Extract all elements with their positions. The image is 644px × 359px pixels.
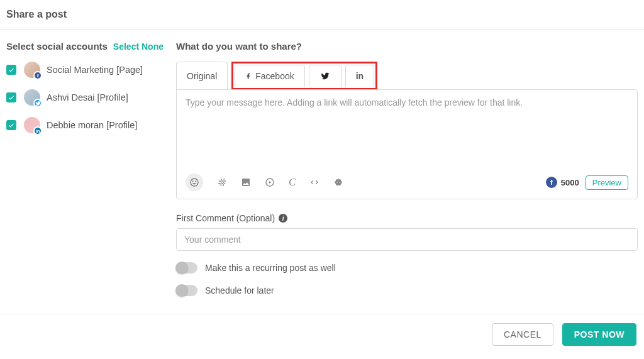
sidebar-title: Select social accounts [6, 41, 108, 52]
facebook-dot-icon: f [546, 177, 557, 188]
schedule-label: Schedule for later [205, 285, 274, 295]
ai-button[interactable] [333, 177, 343, 187]
char-count-value: 5000 [561, 178, 579, 187]
robot-icon [333, 177, 343, 187]
check-icon [8, 67, 14, 73]
twitter-icon [319, 72, 331, 80]
code-button[interactable] [309, 177, 319, 187]
composer-box: C f 5000 Preview [176, 89, 638, 199]
recurring-toggle-row: Make this a recurring post as well [176, 262, 638, 273]
tab-row: Original Facebook in [176, 62, 638, 90]
hashtag-button[interactable] [217, 177, 227, 187]
code-icon [309, 177, 319, 187]
avatar: f [24, 62, 40, 78]
account-row[interactable]: in Debbie moran [Profile] [6, 117, 164, 133]
tab-twitter[interactable] [309, 65, 341, 87]
account-name: Social Marketing [Page] [47, 65, 143, 75]
footer: CANCEL POST NOW [0, 314, 644, 357]
select-none-link[interactable]: Select None [113, 41, 164, 52]
main-row: Select social accounts Select None f Soc… [0, 30, 644, 296]
message-textarea[interactable] [186, 97, 628, 167]
checkbox[interactable] [6, 65, 16, 75]
linkedin-badge-icon: in [33, 126, 42, 135]
emoji-button[interactable] [186, 174, 203, 191]
account-name: Debbie moran [Profile] [47, 120, 137, 130]
check-icon [8, 122, 14, 128]
recurring-toggle[interactable] [176, 262, 197, 273]
tab-facebook[interactable]: Facebook [235, 65, 304, 87]
preview-button[interactable]: Preview [586, 175, 628, 190]
hashtag-icon [217, 177, 227, 187]
account-name: Ashvi Desai [Profile] [47, 92, 128, 102]
avatar [24, 89, 40, 106]
checkbox[interactable] [6, 92, 16, 102]
twitter-badge-icon [33, 99, 42, 108]
char-count: f 5000 [546, 177, 579, 188]
tab-facebook-label: Facebook [255, 71, 294, 81]
check-icon [8, 94, 14, 101]
checkbox[interactable] [6, 120, 16, 130]
first-comment-input[interactable] [176, 228, 638, 251]
composer: What do you want to share? Original Face… [176, 41, 638, 296]
facebook-badge-icon: f [33, 71, 42, 80]
tab-original[interactable]: Original [176, 62, 228, 90]
account-row[interactable]: Ashvi Desai [Profile] [6, 89, 164, 106]
account-row[interactable]: f Social Marketing [Page] [6, 62, 164, 78]
highlight-box: Facebook in [231, 62, 377, 90]
image-icon [241, 177, 251, 187]
canva-button[interactable]: C [289, 176, 296, 189]
facebook-icon [245, 72, 252, 80]
schedule-toggle-row: Schedule for later [176, 285, 638, 296]
image-button[interactable] [241, 177, 251, 187]
linkedin-icon: in [356, 71, 364, 81]
composer-heading: What do you want to share? [176, 41, 638, 52]
play-circle-icon [265, 177, 275, 187]
emoji-icon [189, 177, 199, 187]
sidebar-header: Select social accounts Select None [6, 41, 164, 52]
post-now-button[interactable]: POST NOW [562, 323, 636, 346]
sidebar: Select social accounts Select None f Soc… [6, 41, 176, 296]
tab-linkedin[interactable]: in [345, 65, 374, 87]
first-comment-label-text: First Comment (Optional) [176, 213, 275, 223]
avatar: in [24, 117, 40, 133]
cancel-button[interactable]: CANCEL [492, 323, 553, 346]
video-button[interactable] [265, 177, 275, 187]
composer-toolbar: C f 5000 Preview [186, 174, 628, 191]
recurring-label: Make this a recurring post as well [205, 263, 336, 273]
info-icon[interactable]: i [279, 214, 287, 223]
page-title: Share a post [0, 0, 644, 30]
schedule-toggle[interactable] [176, 285, 197, 296]
first-comment-label: First Comment (Optional) i [176, 213, 638, 223]
